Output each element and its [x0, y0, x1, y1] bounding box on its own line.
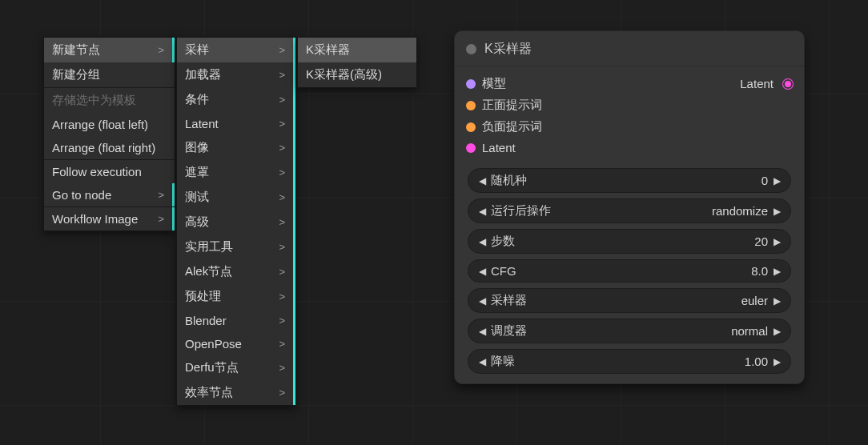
menu-item-label: Derfu节点 — [185, 360, 239, 375]
param-value[interactable]: randomize — [712, 204, 768, 218]
menu-item[interactable]: Latent> — [177, 112, 295, 135]
chevron-right-icon: > — [279, 191, 285, 203]
menu-item[interactable]: 测试> — [177, 185, 295, 210]
param-label: CFG — [491, 264, 516, 278]
chevron-right-icon: > — [158, 213, 164, 225]
context-menu-nodes[interactable]: K采样器K采样器(高级) — [297, 37, 417, 88]
chevron-right-icon: > — [279, 291, 285, 303]
menu-item-label: OpenPose — [185, 337, 242, 351]
chevron-left-icon[interactable]: ◀ — [475, 175, 489, 186]
param-row[interactable]: ◀CFG8.0▶ — [468, 259, 791, 283]
menu-item[interactable]: OpenPose> — [177, 332, 295, 355]
param-value[interactable]: 20 — [754, 235, 768, 248]
param-value[interactable]: normal — [731, 324, 768, 338]
menu-item[interactable]: Follow execution — [44, 160, 175, 183]
menu-item-label: K采样器(高级) — [306, 67, 382, 82]
menu-item-label: Blender — [185, 314, 227, 327]
node-title: K采样器 — [484, 41, 532, 58]
input-port-negative[interactable] — [466, 122, 476, 132]
param-row[interactable]: ◀步数20▶ — [468, 229, 791, 254]
menu-item[interactable]: 加载器> — [177, 62, 295, 87]
param-label: 调度器 — [491, 323, 527, 339]
menu-item[interactable]: K采样器 — [298, 38, 416, 62]
chevron-left-icon[interactable]: ◀ — [475, 356, 489, 367]
chevron-right-icon[interactable]: ▶ — [770, 326, 784, 337]
chevron-right-icon[interactable]: ▶ — [770, 356, 784, 367]
menu-item-label: 实用工具 — [185, 239, 233, 255]
output-port-latent[interactable] — [785, 81, 791, 87]
menu-item-label: K采样器 — [306, 42, 350, 58]
param-label: 采样器 — [491, 293, 527, 308]
menu-item-label: 高级 — [185, 214, 209, 230]
param-row[interactable]: ◀降噪1.00▶ — [468, 349, 791, 374]
input-label: 正面提示词 — [482, 98, 542, 113]
menu-item[interactable]: Go to node> — [44, 183, 175, 206]
menu-item-label: Alek节点 — [185, 264, 232, 279]
menu-item[interactable]: 预处理> — [177, 284, 295, 309]
menu-item[interactable]: 条件> — [177, 87, 295, 112]
menu-item[interactable]: 图像> — [177, 135, 295, 160]
menu-item[interactable]: Alek节点> — [177, 259, 295, 284]
chevron-right-icon: > — [158, 44, 164, 56]
menu-item-label: 存储选中为模板 — [52, 93, 136, 108]
menu-item-label: 效率节点 — [185, 385, 233, 400]
menu-item[interactable]: Derfu节点> — [177, 355, 295, 380]
menu-item[interactable]: Arrange (float left) — [44, 113, 175, 136]
menu-item[interactable]: Blender> — [177, 309, 295, 332]
chevron-left-icon[interactable]: ◀ — [475, 295, 489, 307]
node-params: ◀随机种0▶◀运行后操作randomize▶◀步数20▶◀CFG8.0▶◀采样器… — [455, 159, 804, 374]
menu-item-label: 遮罩 — [185, 165, 209, 180]
menu-item: 存储选中为模板 — [44, 88, 175, 113]
menu-item[interactable]: 高级> — [177, 210, 295, 235]
input-port-model[interactable] — [466, 79, 476, 89]
node-panel-ksampler[interactable]: K采样器 模型 Latent 正面提示词 负面提示词 — [454, 30, 805, 384]
menu-item[interactable]: 新建节点> — [44, 38, 175, 62]
node-title-bar[interactable]: K采样器 — [455, 31, 804, 66]
param-value[interactable]: 0 — [762, 174, 768, 187]
param-row[interactable]: ◀随机种0▶ — [468, 168, 791, 193]
param-row[interactable]: ◀调度器normal▶ — [468, 319, 791, 343]
menu-item[interactable]: 效率节点> — [177, 380, 295, 405]
menu-item[interactable]: Workflow Image> — [44, 207, 175, 231]
node-io-area: 模型 Latent 正面提示词 负面提示词 Latent — [455, 66, 804, 159]
chevron-right-icon[interactable]: ▶ — [770, 236, 784, 247]
chevron-right-icon[interactable]: ▶ — [770, 175, 784, 186]
chevron-right-icon: > — [279, 338, 285, 350]
param-value[interactable]: euler — [741, 294, 768, 307]
context-menu-categories[interactable]: 采样>加载器>条件>Latent>图像>遮罩>测试>高级>实用工具>Alek节点… — [176, 37, 296, 406]
menu-item-label: 加载器 — [185, 67, 221, 82]
chevron-right-icon: > — [279, 142, 285, 154]
chevron-right-icon[interactable]: ▶ — [770, 295, 784, 307]
chevron-left-icon[interactable]: ◀ — [475, 236, 489, 247]
param-label: 随机种 — [491, 173, 527, 188]
chevron-right-icon[interactable]: ▶ — [770, 206, 784, 217]
menu-item[interactable]: Arrange (float right) — [44, 136, 175, 159]
output-label: Latent — [740, 77, 774, 90]
param-label: 运行后操作 — [491, 203, 551, 218]
menu-item[interactable]: K采样器(高级) — [298, 62, 416, 87]
param-value[interactable]: 1.00 — [745, 355, 768, 368]
menu-item-label: 预处理 — [185, 289, 221, 304]
chevron-left-icon[interactable]: ◀ — [475, 206, 489, 217]
context-menu-root[interactable]: 新建节点>新建分组存储选中为模板Arrange (float left)Arra… — [43, 37, 175, 231]
param-row[interactable]: ◀采样器euler▶ — [468, 288, 791, 313]
chevron-left-icon[interactable]: ◀ — [475, 266, 489, 277]
menu-item-label: Arrange (float left) — [52, 118, 148, 131]
chevron-right-icon: > — [158, 189, 164, 201]
menu-item[interactable]: 实用工具> — [177, 235, 295, 259]
menu-item[interactable]: 采样> — [177, 38, 295, 62]
menu-item-label: Arrange (float right) — [52, 141, 155, 154]
menu-item[interactable]: 遮罩> — [177, 160, 295, 185]
chevron-right-icon[interactable]: ▶ — [770, 266, 784, 277]
menu-item-label: Workflow Image — [52, 212, 138, 226]
input-port-latent[interactable] — [466, 143, 476, 153]
chevron-right-icon: > — [279, 44, 285, 56]
menu-item[interactable]: 新建分组 — [44, 62, 175, 87]
param-value[interactable]: 8.0 — [751, 264, 768, 278]
param-label: 降噪 — [491, 354, 515, 369]
node-status-dot — [466, 44, 476, 54]
chevron-left-icon[interactable]: ◀ — [475, 326, 489, 337]
chevron-right-icon: > — [279, 266, 285, 278]
input-port-positive[interactable] — [466, 101, 476, 110]
param-row[interactable]: ◀运行后操作randomize▶ — [468, 198, 791, 223]
